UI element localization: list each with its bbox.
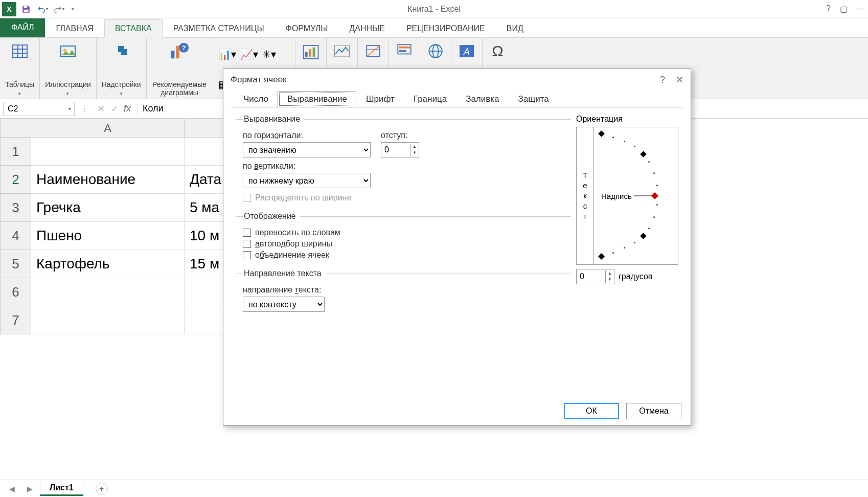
indent-spinner[interactable]: ▲▼ [381, 142, 419, 157]
ribbon-group-charts: ? Рекомендуемые диаграммы [147, 38, 213, 99]
spinner-down-icon[interactable]: ▼ [410, 150, 419, 156]
cancel-formula-icon[interactable]: ✕ [97, 103, 105, 115]
cell[interactable]: Наименование [31, 166, 185, 194]
addins-label: Надстройки [102, 80, 141, 88]
text-direction-section: Направление текста направление текста: п… [236, 269, 571, 315]
namebox-expand-icon[interactable]: ⋮ [78, 104, 92, 114]
orientation-label-text: Надпись [601, 192, 632, 200]
ok-button[interactable]: ОК [564, 403, 619, 419]
pivot-chart-icon[interactable] [301, 41, 321, 61]
slicer-icon[interactable] [363, 41, 383, 61]
column-header-a[interactable]: A [31, 119, 185, 138]
degrees-input[interactable] [577, 272, 605, 281]
cell[interactable] [31, 278, 185, 306]
dialog-tab-protection[interactable]: Защита [509, 91, 559, 107]
line-chart-icon[interactable]: 📈▾ [240, 48, 258, 60]
row-header[interactable]: 5 [1, 250, 31, 278]
tab-page-layout[interactable]: РАЗМЕТКА СТРАНИЦЫ [163, 19, 275, 37]
row-header[interactable]: 1 [1, 138, 31, 166]
window-title: Книга1 - Excel [407, 5, 461, 14]
shrink-fit-check[interactable]: автоподбор ширины [243, 239, 571, 248]
cell[interactable] [31, 138, 185, 166]
horizontal-align-select[interactable]: по значению [243, 142, 371, 157]
svg-rect-23 [399, 50, 406, 52]
spinner-up-icon[interactable]: ▲ [606, 270, 614, 277]
tab-view[interactable]: ВИД [496, 19, 534, 37]
orientation-handle[interactable] [651, 192, 658, 199]
sheet-nav-next-icon[interactable]: ▶ [22, 485, 38, 493]
tab-file[interactable]: ФАЙЛ [0, 18, 45, 37]
orientation-dial[interactable]: Надпись [594, 127, 678, 264]
vertical-text-button[interactable]: Текст [577, 127, 594, 264]
name-box[interactable]: C2 [3, 102, 75, 116]
dialog-button-row: ОК Отмена [223, 397, 691, 425]
save-button[interactable] [19, 3, 33, 16]
tab-home[interactable]: ГЛАВНАЯ [45, 19, 104, 37]
help-icon[interactable]: ? [826, 4, 831, 14]
chart-help-icon: ? [169, 41, 190, 61]
addins-button[interactable] [111, 41, 131, 61]
tab-formulas[interactable]: ФОРМУЛЫ [275, 19, 339, 37]
dialog-tab-alignment[interactable]: Выравнивание [278, 91, 357, 107]
dialog-close-icon[interactable]: ✕ [676, 74, 683, 85]
cell[interactable] [31, 306, 185, 334]
row-header[interactable]: 7 [1, 306, 31, 334]
minimize-icon[interactable]: — [857, 4, 865, 14]
textbox-icon[interactable]: A [456, 41, 477, 61]
tab-insert[interactable]: ВСТАВКА [104, 19, 163, 38]
row-header[interactable]: 4 [1, 222, 31, 250]
hyperlink-icon[interactable] [425, 41, 446, 61]
redo-button[interactable]: ▾ [52, 3, 65, 16]
tables-button[interactable] [10, 41, 30, 61]
bar-chart-icon[interactable]: 📊▾ [218, 48, 236, 60]
enter-formula-icon[interactable]: ✓ [111, 103, 119, 115]
dialog-body: Выравнивание по горизонтали: по значению… [231, 107, 683, 397]
illustrations-button[interactable] [58, 41, 78, 61]
svg-text:A: A [463, 47, 470, 57]
svg-rect-21 [398, 44, 410, 54]
new-sheet-button[interactable]: + [96, 483, 108, 495]
spinner-up-icon[interactable]: ▲ [410, 144, 419, 150]
recommended-charts-button[interactable]: ? [169, 41, 190, 61]
tab-review[interactable]: РЕЦЕНЗИРОВАНИЕ [396, 19, 496, 37]
svg-rect-14 [305, 52, 308, 57]
select-all-corner[interactable] [1, 119, 31, 138]
cell[interactable]: Пшено [31, 222, 185, 250]
title-bar: X ▾ ▾ ▾ Книга1 - Excel ? ▢ — [0, 0, 868, 18]
merge-cells-check[interactable]: объединение ячеек [243, 251, 571, 260]
svg-rect-15 [309, 49, 311, 57]
indent-input[interactable] [381, 145, 410, 154]
row-header[interactable]: 3 [1, 194, 31, 222]
degrees-spinner[interactable]: ▲▼ [576, 269, 614, 284]
timeline-icon[interactable] [394, 41, 415, 61]
dialog-tab-border[interactable]: Граница [404, 91, 456, 107]
sheet-nav-prev-icon[interactable]: ◀ [4, 485, 20, 493]
cell[interactable]: Гречка [31, 194, 185, 222]
cell[interactable]: Картофель [31, 250, 185, 278]
wrap-text-check[interactable]: переносить по словам [243, 228, 571, 237]
horizontal-label: по горизонтали: [243, 131, 371, 140]
cancel-button[interactable]: Отмена [626, 403, 681, 419]
undo-button[interactable]: ▾ [36, 3, 49, 16]
sparkline-icon[interactable] [332, 41, 352, 61]
direction-label: направление текста: [243, 285, 571, 295]
dialog-help-icon[interactable]: ? [660, 75, 665, 85]
dialog-tab-font[interactable]: Шрифт [356, 91, 404, 107]
ribbon-display-icon[interactable]: ▢ [840, 4, 848, 14]
text-direction-select[interactable]: по контексту [243, 297, 325, 312]
dialog-tab-number[interactable]: Число [234, 91, 278, 107]
dialog-tab-fill[interactable]: Заливка [456, 91, 509, 107]
svg-text:?: ? [182, 44, 186, 52]
sheet-tab[interactable]: Лист1 [40, 481, 83, 496]
qat-customize-icon[interactable]: ▾ [68, 6, 74, 12]
table-icon [10, 41, 30, 61]
spinner-down-icon[interactable]: ▼ [606, 277, 614, 283]
row-header[interactable]: 2 [1, 166, 31, 194]
vertical-align-select[interactable]: по нижнему краю [243, 173, 371, 188]
fx-icon[interactable]: fx [124, 103, 137, 114]
radar-chart-icon[interactable]: ✳▾ [262, 48, 276, 60]
orientation-control[interactable]: Текст Надпись [576, 127, 678, 265]
symbol-icon[interactable]: Ω [488, 41, 508, 61]
row-header[interactable]: 6 [1, 278, 31, 306]
tab-data[interactable]: ДАННЫЕ [338, 19, 395, 37]
